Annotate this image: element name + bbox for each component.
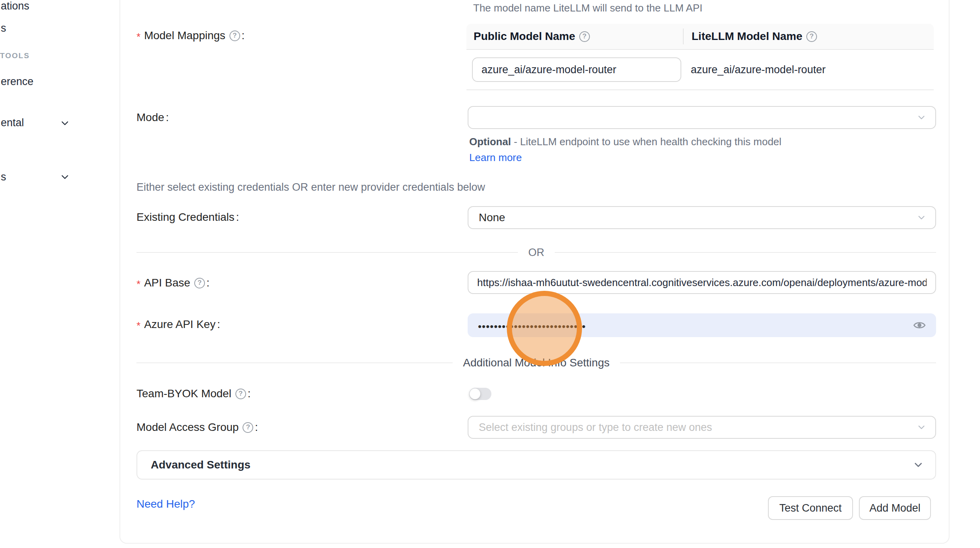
sidebar-section-label: TOOLS [0,51,30,60]
model-mappings-table-header: Public Model Name ? LiteLLM Model Name ? [466,24,934,50]
credentials-note: Either select existing credentials OR en… [136,181,485,193]
chevron-down-icon [912,459,924,471]
table-row: azure_ai/azure-model-router [466,50,934,90]
question-circle-icon[interactable]: ? [579,31,590,42]
password-masked-value: ••••••••••••••••••••••••••• [478,318,586,333]
sidebar-item-label: ations [1,0,29,12]
existing-credentials-label: Existing Credentials : [136,209,239,226]
add-model-button[interactable]: Add Model [859,496,931,520]
api-base-label: * API Base ? : [136,274,210,292]
mode-label: Mode : [136,109,169,126]
or-divider: OR [136,246,936,259]
sidebar-item-settings[interactable]: s [1,171,6,183]
azure-api-key-label: * Azure API Key : [136,316,220,333]
toggle-knob [470,389,480,399]
sidebar-item-label: erence [1,76,34,88]
model-mappings-table: Public Model Name ? LiteLLM Model Name ?… [466,24,934,90]
additional-settings-divider: Additional Model Info Settings [136,356,936,369]
sidebar-item-label: s [1,22,6,34]
azure-api-key-input[interactable]: ••••••••••••••••••••••••••• [468,313,936,337]
chevron-down-icon [916,112,927,123]
add-model-page: ations s TOOLS erence ental s The model … [0,0,980,548]
test-connect-button[interactable]: Test Connect [768,496,853,520]
select-placeholder: Select existing groups or type to create… [479,421,712,434]
mode-help-text: Optional - LiteLLM endpoint to use when … [469,134,792,165]
chevron-down-icon [60,172,70,182]
existing-credentials-select[interactable]: None [468,206,936,229]
advanced-settings-panel[interactable]: Advanced Settings [136,450,936,480]
chevron-down-icon [60,118,70,128]
model-mappings-label: * Model Mappings ? : [136,27,245,44]
required-asterisk: * [136,317,140,332]
public-model-name-input[interactable] [472,57,681,82]
litellm-model-name-value: azure_ai/azure-model-router [683,64,934,76]
public-model-name-header: Public Model Name ? [466,30,683,43]
question-circle-icon[interactable]: ? [243,422,253,433]
sidebar-item-experimental[interactable]: ental [1,117,24,129]
sidebar: ations s TOOLS erence ental s [0,0,119,548]
sidebar-item-models[interactable]: s [1,22,6,34]
question-circle-icon[interactable]: ? [229,30,240,41]
sidebar-section-tools: TOOLS [0,51,30,60]
chevron-down-icon [916,422,927,432]
sidebar-item-label: s [1,171,6,183]
litellm-model-name-header: LiteLLM Model Name ? [683,28,934,44]
question-circle-icon[interactable]: ? [194,278,205,288]
api-base-input[interactable] [468,271,936,294]
advanced-settings-title: Advanced Settings [151,459,250,471]
sidebar-item-label: ental [1,117,24,129]
team-byok-toggle[interactable] [469,388,491,400]
required-asterisk: * [136,276,140,290]
question-circle-icon[interactable]: ? [235,389,246,399]
sidebar-item-inference[interactable]: erence [1,76,34,88]
model-access-group-select[interactable]: Select existing groups or type to create… [468,416,936,439]
model-access-group-label: Model Access Group ? : [136,419,258,436]
chevron-down-icon [916,212,927,223]
need-help-link[interactable]: Need Help? [136,498,195,510]
question-circle-icon[interactable]: ? [806,31,817,42]
litellm-model-name-helper: The model name LiteLLM will send to the … [473,2,703,14]
required-asterisk: * [136,28,140,43]
sidebar-item-organizations[interactable]: ations [1,0,29,12]
mode-select[interactable] [468,106,936,129]
eye-icon[interactable] [913,320,926,331]
team-byok-label: Team-BYOK Model ? : [136,385,250,402]
learn-more-link[interactable]: Learn more [469,152,522,163]
